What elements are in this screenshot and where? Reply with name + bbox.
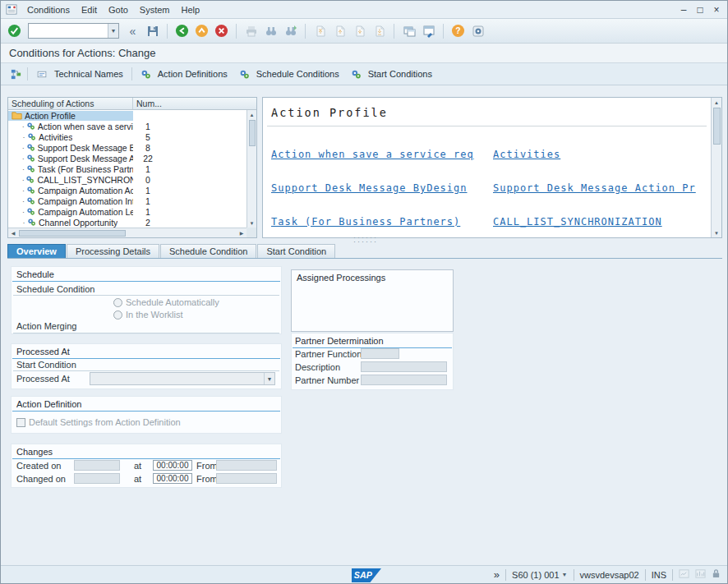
tab-start-condition[interactable]: Start Condition <box>257 244 335 258</box>
scroll-down-icon[interactable]: ▼ <box>712 228 721 237</box>
status-expand-icon[interactable]: » <box>494 568 500 581</box>
schedule-condition-label: Schedule Condition <box>16 284 94 294</box>
tree-item[interactable]: · Campaign Automation Lead 1 <box>8 206 247 217</box>
tree-item[interactable]: · Activities 5 <box>8 131 247 142</box>
partner-determination-group: Partner Determination Partner Function D… <box>291 333 454 390</box>
folder-icon <box>12 111 22 120</box>
tree-vertical-scrollbar[interactable]: ▲ ▼ <box>247 110 256 228</box>
action-profile-icon <box>26 143 35 152</box>
scroll-left-icon[interactable]: ◀ <box>8 228 18 237</box>
menu-conditions[interactable]: Conditions <box>21 3 76 16</box>
tree-header-scheduling[interactable]: Scheduling of Actions <box>8 98 133 109</box>
detail-tabstrip: Overview Processing Details Schedule Con… <box>7 244 722 259</box>
detail-vertical-scrollbar[interactable]: ▲ ▼ <box>711 98 721 237</box>
action-profile-link[interactable]: Support Desk Message Action Pr <box>493 182 711 194</box>
tree-root-row[interactable]: Action Profile <box>8 110 247 121</box>
collapse-toolbar-icon[interactable]: « <box>124 22 141 39</box>
radio-icon <box>113 310 122 320</box>
tree-item[interactable]: · Campaign Automation Intern 1 <box>8 195 247 206</box>
command-field-dropdown-icon[interactable]: ▼ <box>108 24 118 38</box>
in-the-worklist-radio: In the Worklist <box>113 310 183 320</box>
sap-logo: SAP <box>352 568 381 584</box>
splitter-grip[interactable]: ············ <box>343 236 389 244</box>
last-page-button[interactable] <box>371 22 388 39</box>
tree-item[interactable]: · Campaign Automation Activit 1 <box>8 185 247 195</box>
action-profile-link[interactable]: Task (For Business Partners) <box>271 216 493 228</box>
print-button[interactable] <box>242 22 260 39</box>
new-session-button[interactable] <box>400 22 417 39</box>
command-field[interactable] <box>29 24 108 38</box>
changed-time-field[interactable]: 00:00:00 <box>153 473 192 484</box>
technical-names-button[interactable]: Technical Names <box>30 67 129 82</box>
security-lock-icon[interactable] <box>712 568 721 581</box>
find-next-button[interactable] <box>282 22 299 39</box>
page-title: Conditions for Actions: Change <box>9 47 156 59</box>
tab-schedule-condition[interactable]: Schedule Condition <box>160 244 256 258</box>
scroll-up-icon[interactable]: ▲ <box>247 110 257 119</box>
scroll-right-icon[interactable]: ▶ <box>237 228 247 237</box>
tab-processing-details[interactable]: Processing Details <box>67 244 159 258</box>
tree-item[interactable]: · CALL_LIST_SYNCHRONIZATI 0 <box>8 174 247 185</box>
scrollbar-thumb[interactable] <box>713 108 721 145</box>
action-profile-link[interactable]: Action when save a service req <box>271 149 493 160</box>
changed-on-label: Changed on <box>16 474 66 484</box>
create-shortcut-button[interactable] <box>420 22 437 39</box>
menu-edit[interactable]: Edit <box>76 3 103 16</box>
description-label: Description <box>295 362 340 372</box>
tree-item[interactable]: · Action when save a service re 1 <box>8 121 247 131</box>
action-profile-link[interactable]: CALL_LIST_SYNCHRONIZATION <box>493 216 711 228</box>
exit-button[interactable] <box>193 22 210 39</box>
scroll-up-icon[interactable]: ▲ <box>712 98 721 107</box>
cancel-button[interactable] <box>213 22 230 39</box>
system-session-selector[interactable]: S60 (1) 001 ▼ <box>512 570 567 580</box>
tree-horizontal-scrollbar[interactable]: ◀ ▶ <box>8 228 247 237</box>
customize-layout-button[interactable] <box>469 22 486 39</box>
svg-text:?: ? <box>455 26 460 35</box>
tree-item[interactable]: · Support Desk Message ByDes 8 <box>8 142 247 153</box>
processed-at-label: Processed At <box>16 374 70 384</box>
enter-button[interactable] <box>6 22 23 39</box>
response-time-icon[interactable] <box>679 568 689 581</box>
previous-page-button[interactable] <box>331 22 348 39</box>
save-button[interactable] <box>144 22 161 39</box>
scrollbar-thumb[interactable] <box>19 230 126 237</box>
description-field <box>361 361 447 372</box>
find-button[interactable] <box>262 22 279 39</box>
tree-item[interactable]: · Channel Opportunity 2 <box>8 217 247 228</box>
scrollbar-thumb[interactable] <box>249 120 256 146</box>
tree-item[interactable]: · Support Desk Message Action 22 <box>8 153 247 163</box>
processed-at-dropdown[interactable]: ▼ <box>90 372 275 385</box>
partner-number-field <box>361 375 447 385</box>
hierarchy-icon[interactable] <box>7 66 25 83</box>
action-definitions-button[interactable]: Action Definitions <box>135 67 233 82</box>
next-page-button[interactable] <box>351 22 368 39</box>
help-button[interactable]: ? <box>449 22 467 39</box>
first-page-button[interactable] <box>311 22 329 39</box>
schedule-automatically-radio: Schedule Automatically <box>113 297 219 307</box>
menu-help[interactable]: Help <box>176 3 206 16</box>
start-condition-label: Start Condition <box>16 360 76 370</box>
action-definition-title: Action Definition <box>12 397 281 410</box>
schedule-conditions-button[interactable]: Schedule Conditions <box>233 67 345 82</box>
assigned-processings-title: Assigned Processings <box>292 270 453 283</box>
system-menu-icon[interactable] <box>6 4 17 15</box>
network-icon[interactable] <box>695 568 706 581</box>
minimize-button[interactable]: – <box>676 4 691 16</box>
menu-system[interactable]: System <box>134 3 176 16</box>
menu-bar: Conditions Edit Goto System Help – □ × <box>1 1 727 19</box>
sap-gui-window: Conditions Edit Goto System Help – □ × ▼… <box>0 0 728 584</box>
partner-number-label: Partner Number <box>295 375 359 385</box>
created-time-field[interactable]: 00:00:00 <box>153 460 192 471</box>
tree-item[interactable]: · Task (For Business Partners) 1 <box>8 163 247 174</box>
scroll-down-icon[interactable]: ▼ <box>247 218 257 228</box>
back-button[interactable] <box>173 22 191 39</box>
tab-overview[interactable]: Overview <box>7 244 66 258</box>
close-button[interactable]: × <box>709 4 724 16</box>
action-profile-icon <box>27 132 36 141</box>
start-conditions-button[interactable]: Start Conditions <box>345 67 438 82</box>
action-profile-link[interactable]: Activities <box>493 149 711 160</box>
menu-goto[interactable]: Goto <box>103 3 134 16</box>
action-profile-link[interactable]: Support Desk Message ByDesign <box>271 182 493 194</box>
tree-header-num[interactable]: Num... <box>133 98 256 109</box>
maximize-button[interactable]: □ <box>693 4 707 16</box>
